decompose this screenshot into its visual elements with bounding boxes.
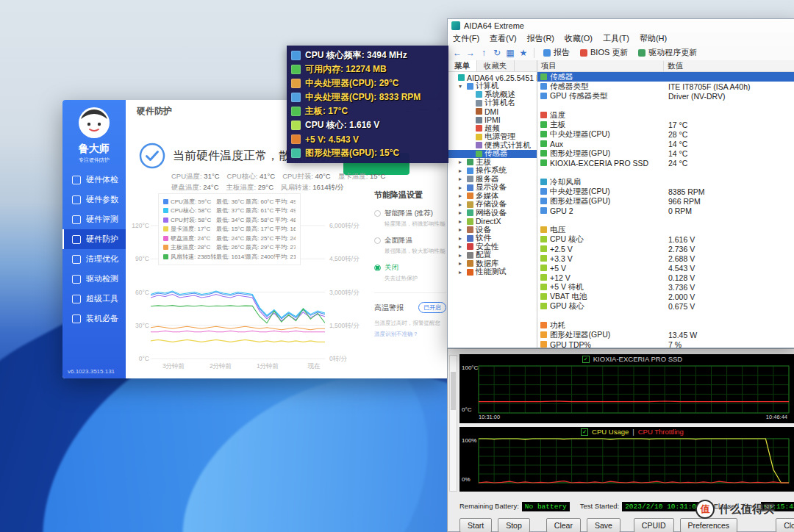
column-value[interactable]: 数值	[664, 61, 683, 71]
graphs-scrollbar[interactable]	[449, 355, 457, 492]
sidebar-item-clean-optimize[interactable]: 清理优化	[62, 249, 126, 269]
row-label: CPU 核心	[550, 234, 584, 245]
legend-name: 显卡温度: 17°C	[171, 225, 216, 233]
column-item[interactable]: 项目	[537, 61, 664, 71]
tree-security[interactable]: ▸安全性	[448, 242, 537, 251]
row-fan-gpu2[interactable]: GPU 20 RPM	[537, 206, 794, 215]
cpu-throttling-title: CPU Throttling	[638, 428, 684, 436]
tree-arrow: ▾	[459, 83, 465, 90]
sidebar-item-hardware-protect[interactable]: 硬件防护	[62, 229, 126, 249]
panels-icon[interactable]: ▦	[504, 48, 517, 58]
graph-checkbox[interactable]: ✓	[582, 356, 590, 363]
alarm-desc: 当温度过高时，报警提醒您	[374, 320, 446, 327]
alarm-link[interactable]: 温度识别不准确？	[374, 331, 446, 338]
scrollbar-thumb[interactable]	[451, 372, 456, 410]
cooling-option-full-cooling[interactable]: 全面降温最强降温，较大影响性能	[374, 236, 446, 255]
row-volt-vbat[interactable]: VBAT 电池2.000 V	[537, 292, 794, 301]
row-gpu-sensor-type[interactable]: GPU 传感器类型Driver (NV-DRV)	[537, 91, 794, 101]
driver-update-button[interactable]: 驱动程序更新	[633, 47, 702, 58]
row-power-gpu[interactable]: 图形处理器(GPU)13.45 W	[537, 330, 794, 339]
start-button[interactable]: Start	[459, 518, 492, 532]
favorites-tab[interactable]: 收藏夹	[477, 60, 515, 71]
series-line	[151, 331, 325, 332]
cpuid-button[interactable]: CPUID	[634, 518, 674, 532]
row-volt-2v5[interactable]: +2.5 V2.736 V	[537, 244, 794, 254]
cpu-ymin-label: 0%	[462, 476, 471, 483]
forward-icon[interactable]: →	[464, 48, 477, 58]
row-temp-gpu[interactable]: 图形处理器(GPU)14 °C	[537, 148, 794, 158]
preferences-button[interactable]: Preferences	[680, 518, 738, 532]
cooling-option-smart-cooling[interactable]: 智能降温 (推荐)轻度降温，稍微影响性能	[374, 209, 446, 228]
report-button[interactable]: 报告	[538, 47, 575, 58]
row-value: 4.543 V	[664, 264, 695, 273]
tree-benchmark[interactable]: ▸性能测试	[448, 268, 537, 277]
masterlu-page-title: 硬件防护	[137, 105, 172, 118]
section-temperature[interactable]: 温度	[537, 110, 794, 120]
favorites-icon[interactable]: ★	[517, 48, 530, 58]
clear-button[interactable]: Clear	[546, 518, 581, 532]
legend-swatch	[163, 245, 168, 250]
tree-label: DMI	[484, 107, 498, 116]
row-label: 温度	[550, 110, 565, 121]
row-power-gpu-tdp[interactable]: GPU TDP%7 %	[537, 339, 794, 348]
graph-checkbox[interactable]: ✓	[581, 428, 588, 436]
row-volt-gpu[interactable]: GPU 核心0.675 V	[537, 301, 794, 311]
save-button[interactable]: Save	[587, 518, 620, 532]
row-fan-cpu[interactable]: 中央处理器(CPU)8385 RPM	[537, 187, 794, 196]
menu-report[interactable]: 报告(R)	[522, 33, 559, 44]
back-icon[interactable]: ←	[451, 48, 464, 58]
tree-computer-name[interactable]: 计算机名	[448, 99, 537, 108]
row-volt-5v[interactable]: +5 V4.543 V	[537, 263, 794, 273]
menu-favorites[interactable]: 收藏(O)	[559, 33, 598, 44]
row-value: 24 °C	[664, 159, 687, 168]
row-fan-gpu[interactable]: 图形处理器(GPU)966 RPM	[537, 196, 794, 206]
menu-tab[interactable]: 菜单	[448, 60, 477, 71]
row-temp-motherboard[interactable]: 主板17 °C	[537, 120, 794, 129]
close-button[interactable]: Close	[776, 518, 794, 532]
row-sensor-header[interactable]: 传感器	[537, 72, 794, 82]
sidebar-item-driver-detect[interactable]: 驱动检测	[62, 269, 126, 289]
tree-sensor[interactable]: 传感器	[448, 150, 537, 159]
menu-help[interactable]: 帮助(H)	[634, 33, 672, 44]
row-volt-3v3[interactable]: +3.3 V2.688 V	[537, 254, 794, 263]
sidebar-item-install-essentials[interactable]: 装机必备	[62, 309, 126, 328]
menu-view[interactable]: 查看(V)	[484, 33, 522, 44]
sidebar-item-hardware-checkup[interactable]: 硬件体检	[62, 170, 126, 190]
tree-devices[interactable]: ▸设备	[448, 226, 537, 234]
section-fans[interactable]: 冷却风扇	[537, 177, 794, 187]
masterlu-sidebar: 鲁大师 专注硬件防护 硬件体检硬件参数硬件评测硬件防护清理优化驱动检测超级工具装…	[62, 100, 126, 378]
tree-directx[interactable]: ▸DirectX	[448, 218, 537, 226]
row-sensor-type[interactable]: 传感器类型ITE IT8705F (ISA A40h)	[537, 82, 794, 91]
stop-button[interactable]: Stop	[498, 518, 530, 532]
tree-network[interactable]: ▸网络设备	[448, 209, 537, 218]
osd-row: 中央处理器(CPU): 8333 RPM	[287, 90, 448, 104]
legend-avg: 平均: 24°C	[275, 234, 296, 242]
sidebar-item-hardware-review[interactable]: 硬件评测	[62, 209, 126, 229]
row-temp-aux[interactable]: Aux14 °C	[537, 139, 794, 148]
osd-panel[interactable]: CPU 核心频率: 3494 MHz可用内存: 12274 MB中央处理器(CP…	[287, 46, 448, 163]
cooling-option-cooling-off[interactable]: 关闭失去过热保护	[374, 263, 446, 282]
section-voltage[interactable]: 电压	[537, 225, 794, 234]
refresh-icon[interactable]: ↻	[490, 48, 504, 58]
row-temp-ssd[interactable]: KIOXIA-EXCERIA PRO SSD24 °C	[537, 158, 794, 168]
aida64-titlebar[interactable]: AIDA64 Extreme	[448, 19, 794, 32]
row-label: 图形处理器(GPU)	[550, 148, 610, 159]
row-volt-12v[interactable]: +12 V0.128 V	[537, 273, 794, 282]
row-label: 图形处理器(GPU)	[550, 196, 610, 206]
alarm-toggle[interactable]: 已开启	[418, 302, 446, 313]
row-volt-5vsb[interactable]: +5 V 待机3.736 V	[537, 282, 794, 292]
sidebar-item-hardware-params[interactable]: 硬件参数	[62, 190, 126, 209]
menu-tools[interactable]: 工具(T)	[598, 33, 634, 44]
sidebar-item-super-tools[interactable]: 超级工具	[62, 289, 126, 309]
row-temp-cpu[interactable]: 中央处理器(CPU)28 °C	[537, 129, 794, 139]
row-left: 传感器	[537, 72, 664, 82]
legend-avg: 平均: 27°C	[275, 243, 296, 251]
row-volt-cpu-core[interactable]: CPU 核心1.616 V	[537, 234, 794, 244]
up-icon[interactable]: ↑	[477, 48, 490, 58]
menu-file[interactable]: 文件(F)	[448, 33, 484, 44]
row-label: 主板	[550, 120, 565, 130]
tree-dmi[interactable]: DMI	[448, 107, 537, 116]
bios-update-button[interactable]: BIOS 更新	[575, 47, 633, 58]
section-power[interactable]: 功耗	[537, 320, 794, 330]
row-left: 图形处理器(GPU)	[537, 330, 664, 340]
